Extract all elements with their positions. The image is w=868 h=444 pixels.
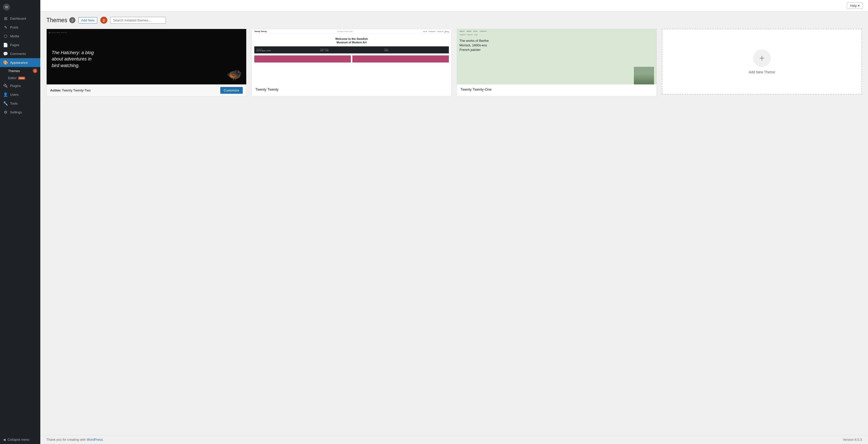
sidebar-label-comments: Comments: [10, 52, 26, 56]
sidebar-label-tools: Tools: [10, 101, 18, 105]
ttwo-title-text: The Hatchery: a blogabout adventures inb…: [52, 50, 94, 69]
active-label: Active: Twenty Twenty-Two: [50, 89, 91, 92]
ttone-main-title: The works of BertheMorisot, 1800s-eraFre…: [457, 36, 656, 54]
add-theme-card[interactable]: + Add New Theme: [662, 29, 862, 95]
sidebar-label-plugins: Plugins: [10, 84, 21, 88]
sidebar-label-media: Media: [10, 34, 19, 38]
sidebar: W ⊞ Dashboard ✎ Posts ⬡ Media 📄 Pages 💬 …: [0, 0, 40, 444]
sidebar-item-settings[interactable]: ⚙ Settings: [0, 108, 40, 117]
sidebar-item-pages[interactable]: 📄 Pages: [0, 40, 40, 50]
main-area: Help ▾ Themes 3 Add New 2 ∞ About: [40, 0, 868, 444]
settings-icon: ⚙: [3, 110, 8, 115]
ttwo-nav-allposts: All Posts: [61, 32, 67, 33]
footer-wp-link[interactable]: WordPress: [87, 438, 103, 442]
ttwenty-header-title: Twenty Twenty: [254, 31, 267, 32]
search-number-badge: 2: [100, 17, 107, 24]
theme-card-twenty-twenty-two[interactable]: ∞ About Birds All Posts The Hatchery: a …: [46, 29, 247, 96]
sidebar-label-appearance: Appearance: [10, 61, 28, 64]
themes-badge: 1: [33, 68, 37, 73]
tools-icon: 🔧: [3, 101, 8, 106]
svg-marker-9: [227, 74, 230, 76]
theme-card-footer-ttwenty: Twenty Twenty: [252, 85, 452, 95]
ttone-nav-work: WORK: [467, 31, 471, 32]
ttwenty-hours-value: 9:00 — 5:00: [320, 50, 383, 52]
appearance-icon: 🎨: [3, 60, 8, 65]
sidebar-label-settings: Settings: [10, 110, 22, 114]
sidebar-item-media[interactable]: ⬡ Media: [0, 32, 40, 40]
theme-card-footer-ttone: Twenty Twenty-One: [457, 85, 656, 95]
ttone-nav-contact: CONTACT: [479, 31, 487, 32]
search-input[interactable]: [111, 17, 166, 24]
ttwenty-search-icon: ⌕: [444, 31, 446, 33]
ttwo-nav-birds: Birds: [57, 32, 60, 33]
collapse-menu-button[interactable]: ◀ Collapse menu: [0, 435, 40, 444]
sidebar-item-dashboard[interactable]: ⊞ Dashboard: [0, 14, 40, 23]
plugins-icon: 🔌: [3, 84, 8, 88]
ttone-site-title: TWENTY TWENTY-ONE: [457, 33, 656, 36]
content-area: Themes 3 Add New 2 ∞ About Birds All Pos…: [40, 11, 868, 435]
sidebar-label-dashboard: Dashboard: [10, 17, 26, 21]
themes-sub-label: Themes: [8, 69, 20, 73]
help-chevron-icon: ▾: [858, 4, 860, 7]
ttwenty-pink-block-1: [254, 56, 351, 63]
ttwenty-pink-blocks: [254, 56, 449, 63]
footer-thank-you: Thank you for creating with: [46, 438, 87, 442]
ttone-image-area: [634, 67, 654, 85]
theme-card-twenty-twenty[interactable]: Twenty Twenty The Default Theme for 2020…: [251, 29, 452, 96]
ttwo-bird-illustration: [223, 64, 244, 82]
wp-logo-text: W: [5, 5, 8, 9]
ttwenty-hours-block: OPEN TODAY 9:00 — 5:00: [320, 49, 383, 52]
theme-name-ttone: Twenty Twenty-One: [461, 88, 492, 92]
svg-line-11: [235, 79, 236, 81]
theme-preview-ttone: ABOUT WORK BLOG CONTACT TWENTY TWENTY-ON…: [457, 29, 656, 85]
sidebar-sub-item-themes[interactable]: Themes 1: [0, 67, 40, 74]
ttwenty-address-block: ADDRESS 123 Storgatan, Umeå: [256, 49, 319, 52]
sidebar-item-appearance[interactable]: 🎨 Appearance: [0, 58, 40, 67]
ttone-nav-about: ABOUT: [460, 31, 465, 32]
theme-card-twenty-twenty-one[interactable]: ABOUT WORK BLOG CONTACT TWENTY TWENTY-ON…: [457, 29, 657, 96]
themes-grid: ∞ About Birds All Posts The Hatchery: a …: [46, 29, 862, 96]
ttwenty-dots-icon: ···: [447, 31, 450, 34]
add-new-theme-label: Add New Theme: [749, 70, 775, 74]
svg-point-6: [239, 72, 239, 72]
ttwenty-price-value: 129 kr: [384, 50, 447, 52]
svg-line-10: [233, 79, 234, 81]
theme-count-badge: 3: [69, 17, 75, 23]
ttwenty-nav-home: Home: [423, 31, 427, 32]
version-text: Version 6.0.3: [843, 438, 862, 442]
footer-text: Thank you for creating with WordPress.: [46, 438, 103, 442]
sidebar-item-posts[interactable]: ✎ Posts: [0, 23, 40, 32]
comments-icon: 💬: [3, 52, 8, 56]
footer-period: .: [103, 438, 104, 442]
ttwenty-nav-exhibitions: Exhibitions: [429, 31, 436, 32]
sidebar-label-users: Users: [10, 93, 19, 96]
customize-button[interactable]: Customize: [220, 87, 243, 94]
sidebar-label-pages: Pages: [10, 43, 20, 47]
ttwenty-pink-block-2: [352, 56, 449, 63]
ttwenty-address-value: 123 Storgatan, Umeå: [256, 50, 319, 52]
sidebar-sub-item-editor[interactable]: Editor beta: [0, 74, 40, 82]
sidebar-item-users[interactable]: 👤 Users: [0, 90, 40, 99]
ttwo-top-bar: ∞ About Birds All Posts: [49, 31, 67, 34]
beta-badge: beta: [18, 76, 26, 80]
topbar: Help ▾: [40, 0, 868, 11]
sidebar-item-comments[interactable]: 💬 Comments: [0, 50, 40, 58]
theme-preview-ttwenty: Twenty Twenty The Default Theme for 2020…: [252, 29, 452, 85]
add-plus-circle: +: [753, 50, 771, 67]
page-title: Themes 3: [46, 17, 75, 24]
ttwenty-header-subtitle: The Default Theme for 2020: [337, 31, 352, 32]
help-button[interactable]: Help ▾: [847, 2, 863, 9]
sidebar-item-plugins[interactable]: 🔌 Plugins: [0, 82, 40, 90]
theme-name-ttwenty: Twenty Twenty: [255, 88, 279, 92]
users-icon: 👤: [3, 92, 8, 97]
ttwenty-title-text: Welcome to the SwedishMuseum of Modern A…: [254, 37, 449, 44]
collapse-icon: ◀: [3, 438, 5, 442]
sidebar-item-tools[interactable]: 🔧 Tools: [0, 99, 40, 108]
ttwenty-price-block: PRICE 129 kr: [384, 49, 447, 52]
ttwo-eyeglasses-icon: ∞: [49, 31, 51, 34]
svg-point-4: [236, 70, 241, 75]
ttwenty-title-area: Welcome to the SwedishMuseum of Modern A…: [252, 34, 452, 46]
add-new-button[interactable]: Add New: [79, 17, 97, 24]
ttwenty-nav-about: About Us: [437, 31, 443, 32]
ttwenty-dark-section: ADDRESS 123 Storgatan, Umeå OPEN TODAY 9…: [254, 46, 449, 54]
